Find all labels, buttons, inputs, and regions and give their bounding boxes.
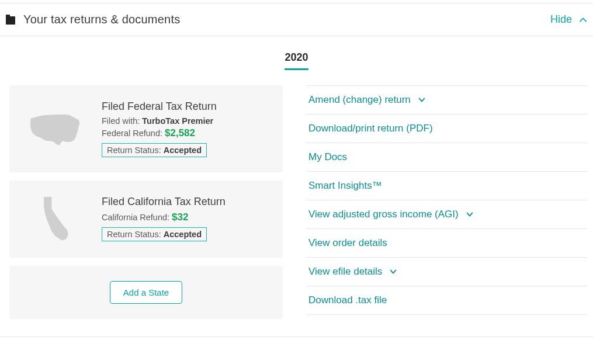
- add-state-card: Add a State: [9, 266, 283, 319]
- action-link-5[interactable]: View order details: [306, 229, 587, 258]
- action-link-7[interactable]: Download .tax file: [306, 286, 587, 315]
- year-tabs: 2020: [0, 51, 593, 70]
- chevron-up-icon: [579, 16, 587, 24]
- action-link-label: My Docs: [308, 151, 347, 163]
- state-status-value: Accepted: [164, 230, 202, 239]
- hide-toggle[interactable]: Hide: [550, 13, 587, 26]
- chevron-down-icon: [466, 210, 474, 219]
- folder-search-icon: [6, 16, 15, 25]
- action-link-3[interactable]: Smart Insights™: [306, 172, 587, 200]
- state-return-card: Filed California Tax Return California R…: [9, 181, 283, 258]
- section-header: Your tax returns & documents Hide: [0, 4, 593, 36]
- state-refund-value: $32: [172, 212, 188, 223]
- action-link-list: Amend (change) returnDownload/print retu…: [306, 85, 587, 315]
- federal-card-title: Filed Federal Tax Return: [102, 100, 271, 113]
- state-refund-line: California Refund: $32: [102, 212, 271, 223]
- action-link-label: View order details: [308, 237, 387, 249]
- action-link-0[interactable]: Amend (change) return: [306, 85, 587, 115]
- federal-filed-with-label: Filed with:: [102, 116, 140, 126]
- action-link-6[interactable]: View efile details: [306, 258, 587, 286]
- action-link-2[interactable]: My Docs: [306, 143, 587, 172]
- action-link-4[interactable]: View adjusted gross income (AGI): [306, 200, 587, 229]
- federal-filed-with-line: Filed with: TurboTax Premier: [102, 116, 271, 126]
- action-link-label: Download/print return (PDF): [308, 123, 433, 134]
- hide-toggle-label: Hide: [550, 13, 572, 26]
- action-link-label: Download .tax file: [308, 294, 387, 306]
- federal-return-card: Filed Federal Tax Return Filed with: Tur…: [9, 85, 283, 172]
- federal-status-label: Return Status:: [107, 145, 161, 155]
- year-tab-2020[interactable]: 2020: [285, 51, 308, 70]
- action-link-label: View adjusted gross income (AGI): [308, 209, 459, 220]
- action-link-label: View efile details: [308, 266, 382, 278]
- state-status-label: Return Status:: [107, 230, 161, 239]
- state-status-box: Return Status: Accepted: [102, 227, 207, 241]
- federal-filed-with-value: TurboTax Premier: [142, 116, 213, 126]
- section-title: Your tax returns & documents: [23, 13, 180, 26]
- federal-refund-line: Federal Refund: $2,582: [102, 127, 271, 139]
- federal-refund-label: Federal Refund:: [102, 129, 162, 138]
- usa-map-icon: [28, 112, 84, 147]
- action-link-label: Smart Insights™: [308, 180, 382, 192]
- state-card-title: Filed California Tax Return: [102, 196, 271, 208]
- chevron-down-icon: [418, 96, 426, 104]
- state-refund-label: California Refund:: [102, 213, 169, 222]
- federal-status-value: Accepted: [164, 145, 202, 155]
- chevron-down-icon: [389, 268, 397, 276]
- action-link-1[interactable]: Download/print return (PDF): [306, 115, 587, 143]
- federal-refund-value: $2,582: [165, 127, 195, 138]
- action-link-label: Amend (change) return: [308, 94, 411, 106]
- add-state-button[interactable]: Add a State: [110, 281, 182, 304]
- federal-status-box: Return Status: Accepted: [102, 143, 207, 157]
- california-map-icon: [39, 196, 74, 242]
